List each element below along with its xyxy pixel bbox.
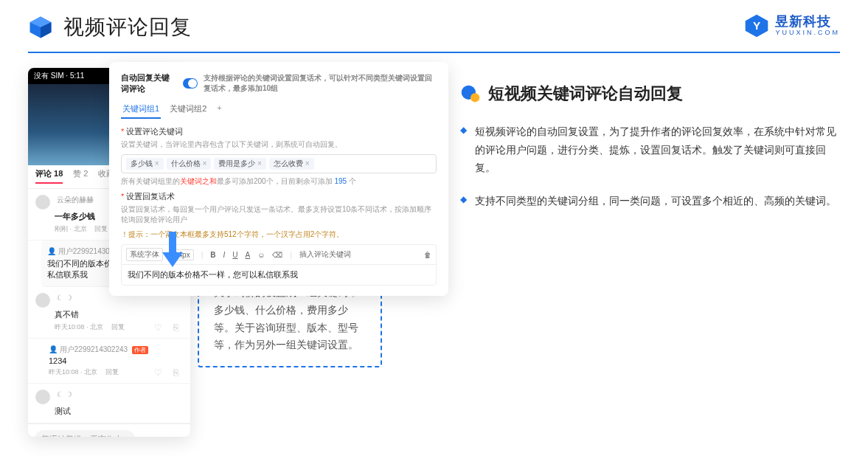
avatar — [35, 195, 50, 210]
reply-link[interactable]: 回复 — [111, 323, 125, 331]
feature-bullet: 支持不同类型的关键词分组，同一类问题，可设置多个相近的、高频的关键词。 — [460, 192, 840, 210]
comment-text: 测试 — [35, 406, 183, 417]
keyword-group-tab-2[interactable]: 关键词组2 — [168, 100, 208, 119]
keyword-hint: 所有关键词组里的关键词之和最多可添加200个，目前剩余可添加 195 个 — [121, 176, 437, 187]
keyword-label: 设置评论关键词 — [121, 126, 437, 137]
chat-bubble-icon — [460, 83, 481, 104]
delete-button[interactable]: 🗑 — [424, 251, 431, 259]
keyword-group-tab-1[interactable]: 关键词组1 — [121, 100, 161, 119]
comment-reply: 👤 用户2299214302243 作者 1234 昨天10:08 · 北京 回… — [28, 339, 190, 384]
feature-bullet: 短视频评论的自动回复设置，为了提升作者的评论回复效率，在系统中针对常见的评论用户… — [460, 122, 840, 177]
keyword-sub: 设置关键词，当评论里内容包含了以下关键词，则系统可自动回复。 — [121, 139, 437, 150]
emoji-button[interactable]: ☺ — [257, 251, 265, 259]
author-badge: 作者 — [132, 346, 148, 354]
tab-likes[interactable]: 赞 2 — [73, 168, 88, 184]
comment-text: 真不错 — [35, 309, 183, 320]
brand-domain: YUUXIN.COM — [775, 30, 840, 37]
brand-name: 昱新科技 — [775, 15, 840, 30]
keyword-chip[interactable]: 什么价格 — [167, 158, 212, 170]
svg-point-6 — [471, 93, 479, 102]
left-composite: 没有 SIM · 5:11 评论 18 赞 2 收藏 云朵的赫赫 一年多少钱 刚… — [28, 68, 441, 224]
italic-button[interactable]: I — [223, 251, 226, 259]
color-button[interactable]: A — [246, 251, 251, 259]
user-icon: 👤 — [49, 345, 58, 353]
comment-meta: 刚刚 · 北京 — [55, 225, 87, 232]
reply-link[interactable]: 回复 — [94, 225, 108, 232]
page-title: 视频评论回复 — [63, 13, 192, 41]
brand-mark-icon: Y — [744, 13, 769, 38]
avatar — [35, 293, 50, 308]
enable-toggle[interactable] — [183, 78, 198, 89]
comment-item: ☾ ☽ 测试 — [28, 384, 190, 424]
right-panel: 短视频关键词评论自动回复 短视频评论的自动回复设置，为了提升作者的评论回复效率，… — [460, 68, 840, 224]
comment-user: ☾ ☽ — [57, 294, 72, 302]
insert-keyword-button[interactable]: 插入评论关键词 — [299, 249, 351, 260]
section-heading: 短视频关键词评论自动回复 — [488, 83, 683, 105]
tab-comments[interactable]: 评论 18 — [35, 168, 63, 184]
comment-user: ☾ ☽ — [57, 390, 72, 398]
font-select[interactable]: 系统字体 — [126, 248, 163, 261]
user-icon: 👤 — [47, 247, 56, 255]
underline-button[interactable]: U — [232, 251, 237, 259]
comment-meta: 昨天10:08 · 北京 — [49, 368, 97, 376]
svg-text:Y: Y — [753, 19, 760, 32]
compose-bar: 善语结善缘，恶言伤人心 ☺ @ ▣ — [28, 424, 190, 437]
reply-link[interactable]: 回复 — [105, 368, 119, 376]
keyword-chip[interactable]: 怎么收费 — [269, 158, 314, 170]
comment-meta: 昨天10:08 · 北京 — [55, 323, 103, 331]
reply-sub: 设置回复话术，每回复一个用户评论只发送一条话术。最多支持设置10条不同话术，按添… — [121, 204, 437, 225]
comment-user: 云朵的赫赫 — [57, 196, 94, 204]
keyword-chip[interactable]: 费用是多少 — [214, 158, 266, 170]
row-action-icons[interactable]: ♡ ⎘ — [154, 367, 183, 378]
reply-label: 设置回复话术 — [121, 191, 437, 202]
config-desc: 支持根据评论的关键词设置回复话术，可以针对不同类型关键词设置回复话术，最多添加1… — [204, 73, 437, 94]
bold-button[interactable]: B — [210, 251, 215, 259]
reply-user: 👤 用户2299214302243 作者 — [49, 345, 148, 353]
cube-icon — [28, 15, 53, 40]
avatar — [35, 390, 50, 404]
brand-logo: Y 昱新科技 YUUXIN.COM — [744, 13, 840, 38]
reply-text: 1234 — [49, 356, 183, 365]
row-action-icons[interactable]: ♡ ⎘ — [154, 322, 183, 333]
keyword-chip[interactable]: 多少钱 — [126, 158, 164, 170]
add-group-button[interactable]: + — [215, 100, 223, 119]
clear-button[interactable]: ⌫ — [272, 251, 282, 259]
config-title: 自动回复关键词评论 — [121, 72, 177, 94]
keyword-chip-input[interactable]: 多少钱 什么价格 费用是多少 怎么收费 — [121, 154, 437, 173]
compose-input[interactable]: 善语结善缘，恶言伤人心 — [34, 430, 136, 437]
flow-arrow-icon — [159, 232, 186, 272]
